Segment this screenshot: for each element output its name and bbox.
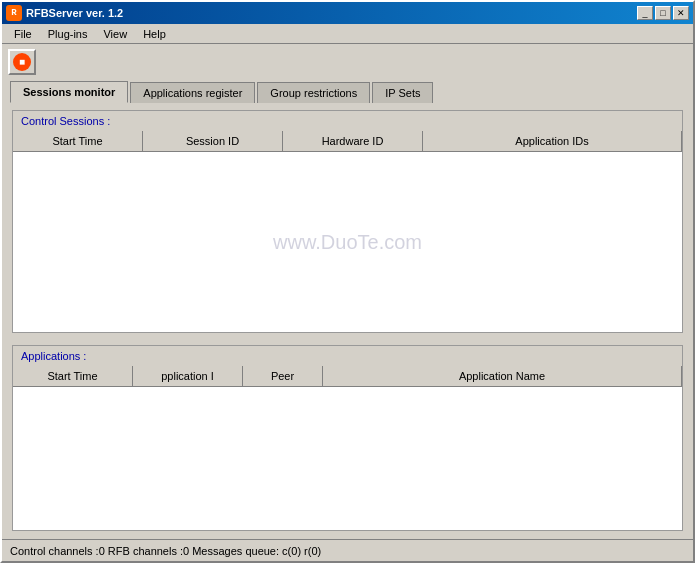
menu-bar: File Plug-ins View Help — [2, 24, 693, 44]
menu-help[interactable]: Help — [135, 26, 174, 42]
sessions-panel-header: Control Sessions : — [13, 111, 682, 131]
tabs-container: Sessions monitor Applications register G… — [2, 80, 693, 102]
main-window: R RFBServer ver. 1.2 _ □ ✕ File Plug-ins… — [0, 0, 695, 563]
applications-table-body — [13, 387, 682, 530]
tab-applications[interactable]: Applications register — [130, 82, 255, 103]
main-content: Control Sessions : Start Time Session ID… — [2, 102, 693, 539]
menu-file[interactable]: File — [6, 26, 40, 42]
applications-inner-panel: Applications : Start Time pplication I P… — [12, 345, 683, 531]
tab-ipsets[interactable]: IP Sets — [372, 82, 433, 103]
minimize-button[interactable]: _ — [637, 6, 653, 20]
sessions-col-hardware-id: Hardware ID — [283, 131, 423, 151]
title-bar-left: R RFBServer ver. 1.2 — [6, 5, 123, 21]
title-bar-buttons: _ □ ✕ — [637, 6, 689, 20]
sessions-panel: Control Sessions : Start Time Session ID… — [10, 108, 685, 335]
app-col-peer: Peer — [243, 366, 323, 386]
maximize-button[interactable]: □ — [655, 6, 671, 20]
title-bar: R RFBServer ver. 1.2 _ □ ✕ — [2, 2, 693, 24]
toolbar: ■ — [2, 44, 693, 80]
menu-view[interactable]: View — [95, 26, 135, 42]
applications-panel-header: Applications : — [13, 346, 682, 366]
app-icon: R — [6, 5, 22, 21]
sessions-inner-panel: Control Sessions : Start Time Session ID… — [12, 110, 683, 333]
sessions-col-start-time: Start Time — [13, 131, 143, 151]
app-col-app-name: Application Name — [323, 366, 682, 386]
sessions-col-app-ids: Application IDs — [423, 131, 682, 151]
toolbar-stop-button[interactable]: ■ — [8, 49, 36, 75]
stop-icon: ■ — [13, 53, 31, 71]
sessions-table-body: www.DuoTe.com — [13, 152, 682, 332]
app-col-start-time: Start Time — [13, 366, 133, 386]
sessions-table-header: Start Time Session ID Hardware ID Applic… — [13, 131, 682, 152]
tab-sessions[interactable]: Sessions monitor — [10, 81, 128, 103]
app-col-app-id: pplication I — [133, 366, 243, 386]
window-title: RFBServer ver. 1.2 — [26, 7, 123, 19]
menu-plugins[interactable]: Plug-ins — [40, 26, 96, 42]
applications-panel: Applications : Start Time pplication I P… — [10, 343, 685, 533]
close-button[interactable]: ✕ — [673, 6, 689, 20]
applications-table-header: Start Time pplication I Peer Application… — [13, 366, 682, 387]
tab-groups[interactable]: Group restrictions — [257, 82, 370, 103]
status-bar: Control channels :0 RFB channels :0 Mess… — [2, 539, 693, 561]
watermark: www.DuoTe.com — [273, 231, 422, 254]
sessions-col-session-id: Session ID — [143, 131, 283, 151]
status-text: Control channels :0 RFB channels :0 Mess… — [10, 545, 321, 557]
